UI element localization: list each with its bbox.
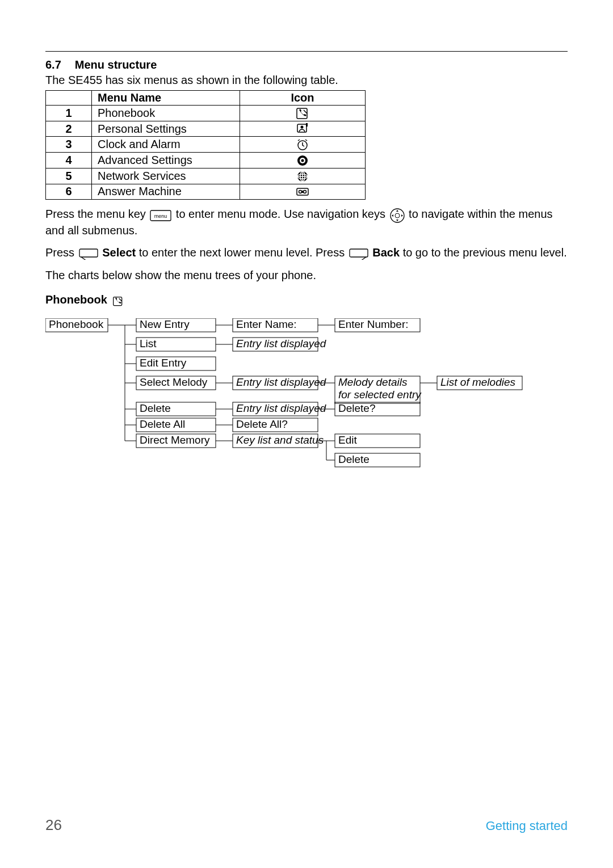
tree-root: Phonebook <box>49 318 104 330</box>
row-number: 3 <box>46 137 92 153</box>
svg-text:Edit: Edit <box>338 434 357 446</box>
svg-text:New Entry: New Entry <box>140 318 190 330</box>
select-label: Select <box>102 246 136 259</box>
row-name: Answer Machine <box>92 184 240 200</box>
svg-text:for selected entry: for selected entry <box>338 389 422 401</box>
section-heading: 6.7Menu structure <box>45 58 568 71</box>
paragraph-3: The charts below show the menu trees of … <box>45 268 568 283</box>
svg-text:Melody details: Melody details <box>338 376 408 388</box>
row-name: Phonebook <box>92 106 240 121</box>
top-rule <box>45 51 568 52</box>
svg-text:Edit Entry: Edit Entry <box>140 357 187 369</box>
row-name: Clock and Alarm <box>92 137 240 153</box>
network-services-icon <box>240 168 366 184</box>
back-softkey-icon <box>349 246 368 261</box>
svg-text:Select Melody: Select Melody <box>140 376 208 388</box>
row-number: 2 <box>46 121 92 137</box>
svg-text:Entry list displayed: Entry list displayed <box>236 338 327 349</box>
row-number: 1 <box>46 106 92 121</box>
menu-table: Menu Name Icon 1 Phonebook 2 Personal Se… <box>45 90 366 200</box>
menu-key-icon: menu <box>150 208 171 223</box>
table-row: 6 Answer Machine <box>46 184 366 200</box>
table-header-blank <box>46 91 92 106</box>
row-number: 6 <box>46 184 92 200</box>
svg-text:Key list and status: Key list and status <box>236 434 324 446</box>
paragraph-2: Press Select to enter the next lower men… <box>45 245 568 261</box>
table-row: 5 Network Services <box>46 168 366 184</box>
paragraph-1: Press the menu key menu to enter menu mo… <box>45 207 568 238</box>
personal-settings-icon <box>240 121 366 137</box>
table-row: 2 Personal Settings <box>46 121 366 137</box>
svg-point-13 <box>304 191 306 193</box>
svg-rect-19 <box>79 249 98 257</box>
table-row: 1 Phonebook <box>46 106 366 121</box>
svg-text:Delete: Delete <box>140 402 171 414</box>
navigation-key-icon <box>390 207 405 223</box>
row-name: Network Services <box>92 168 240 184</box>
svg-point-2 <box>301 126 304 129</box>
page-number: 26 <box>45 816 62 834</box>
svg-text:List: List <box>140 338 157 349</box>
clock-alarm-icon <box>240 137 366 153</box>
svg-rect-20 <box>350 249 368 257</box>
svg-text:menu: menu <box>154 213 167 219</box>
phonebook-icon <box>240 106 366 121</box>
svg-text:Delete: Delete <box>338 453 370 465</box>
page-footer: 26 Getting started <box>45 816 568 834</box>
svg-text:Entry list displayed: Entry list displayed <box>236 376 327 388</box>
svg-text:Delete?: Delete? <box>338 402 376 414</box>
section-title: Menu structure <box>75 58 157 71</box>
back-label: Back <box>372 246 400 259</box>
svg-text:Delete All: Delete All <box>140 418 185 430</box>
phonebook-heading: Phonebook <box>45 293 568 307</box>
footer-section: Getting started <box>486 819 568 833</box>
table-row: 4 Advanced Settings <box>46 153 366 168</box>
svg-text:List of melodies: List of melodies <box>440 376 516 388</box>
svg-point-18 <box>395 213 400 218</box>
svg-point-7 <box>301 159 304 162</box>
row-name: Advanced Settings <box>92 153 240 168</box>
answer-machine-icon <box>240 184 366 200</box>
svg-rect-3 <box>306 123 308 127</box>
svg-point-12 <box>299 191 302 193</box>
svg-text:Enter Number:: Enter Number: <box>338 318 409 330</box>
svg-text:Enter Name:: Enter Name: <box>236 318 297 330</box>
svg-rect-14 <box>301 191 304 193</box>
row-number: 5 <box>46 168 92 184</box>
page: 6.7Menu structure The SE455 has six menu… <box>0 0 613 868</box>
table-row: 3 Clock and Alarm <box>46 137 366 153</box>
svg-text:Entry list displayed: Entry list displayed <box>236 402 327 414</box>
select-softkey-icon <box>79 246 98 261</box>
advanced-settings-icon <box>240 153 366 168</box>
row-number: 4 <box>46 153 92 168</box>
svg-text:Direct Memory: Direct Memory <box>140 434 210 446</box>
section-number: 6.7 <box>45 58 61 71</box>
phonebook-tree: Phonebook New Entry Enter Name: Enter Nu… <box>45 318 568 480</box>
intro-text: The SE455 has six menus as shown in the … <box>45 74 568 87</box>
svg-text:Delete All?: Delete All? <box>236 418 288 430</box>
row-name: Personal Settings <box>92 121 240 137</box>
phonebook-icon <box>111 294 125 307</box>
table-header-icon: Icon <box>240 91 366 106</box>
table-header-name: Menu Name <box>92 91 240 106</box>
